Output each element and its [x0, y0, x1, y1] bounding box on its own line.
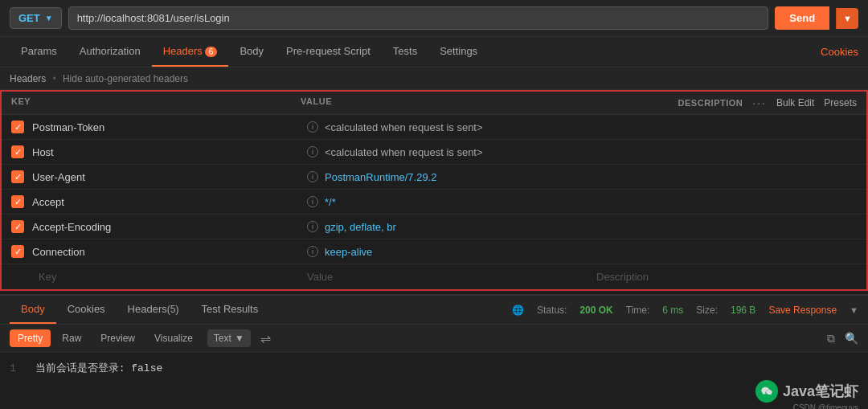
- globe-icon: 🌐: [512, 305, 524, 316]
- sub-header-label: Headers: [10, 73, 46, 84]
- tab-pre-request[interactable]: Pre-request Script: [275, 37, 382, 67]
- format-visualize-button[interactable]: Visualize: [146, 329, 201, 347]
- format-preview-button[interactable]: Preview: [92, 329, 143, 347]
- table-row: ✓ User-Agent i PostmanRuntime/7.29.2: [2, 165, 866, 190]
- wechat-icon: [755, 380, 778, 403]
- format-raw-button[interactable]: Raw: [54, 329, 89, 347]
- value-accept-encoding: gzip, deflate, br: [325, 221, 396, 233]
- tab-authorization[interactable]: Authorization: [68, 37, 152, 67]
- value-user-agent: PostmanRuntime/7.29.2: [325, 171, 436, 183]
- table-header-row: KEY VALUE DESCRIPTION ··· Bulk Edit Pres…: [2, 92, 866, 115]
- send-dropdown-button[interactable]: ▼: [836, 8, 858, 29]
- col-value: VALUE: [301, 96, 590, 109]
- table-actions: DESCRIPTION ··· Bulk Edit Presets: [590, 96, 857, 109]
- key-user-agent: User-Agent: [32, 171, 85, 183]
- checkbox-accept[interactable]: ✓: [11, 195, 24, 208]
- response-content: 当前会话是否登录: false: [35, 362, 163, 374]
- more-options-icon[interactable]: ···: [752, 96, 767, 109]
- info-icon[interactable]: i: [307, 246, 318, 257]
- text-format-dropdown[interactable]: Text ▼: [207, 329, 251, 347]
- new-header-row: Key Value Description: [2, 264, 866, 289]
- value-host: <calculated when request is sent>: [325, 146, 483, 158]
- checkbox-connection[interactable]: ✓: [11, 245, 24, 258]
- watermark-sub: CSDN @timeguys: [793, 403, 858, 409]
- tab-headers[interactable]: Headers6: [152, 37, 229, 67]
- line-number: 1: [10, 362, 16, 374]
- format-pretty-button[interactable]: Pretty: [10, 329, 51, 347]
- url-input[interactable]: [68, 6, 769, 30]
- format-bar: Pretty Raw Preview Visualize Text ▼ ⇌ ⧉ …: [0, 325, 868, 353]
- nav-tabs: Params Authorization Headers6 Body Pre-r…: [0, 37, 868, 67]
- key-cell: ✓ Connection: [11, 245, 301, 258]
- url-bar: GET ▼ Send ▼: [0, 0, 868, 37]
- info-icon[interactable]: i: [307, 171, 318, 182]
- hide-auto-headers-link[interactable]: Hide auto-generated headers: [63, 73, 188, 84]
- method-select[interactable]: GET ▼: [10, 7, 62, 29]
- cookies-link[interactable]: Cookies: [821, 46, 858, 58]
- bulk-edit-button[interactable]: Bulk Edit: [776, 97, 814, 108]
- tab-headers-response[interactable]: Headers(5): [117, 296, 190, 324]
- method-chevron-icon: ▼: [45, 14, 53, 22]
- tab-test-results[interactable]: Test Results: [190, 296, 269, 324]
- info-icon[interactable]: i: [307, 196, 318, 207]
- response-tabs: Body Cookies Headers(5) Test Results 🌐 S…: [0, 296, 868, 325]
- table-row: ✓ Accept i */*: [2, 190, 866, 215]
- headers-table: KEY VALUE DESCRIPTION ··· Bulk Edit Pres…: [0, 90, 868, 291]
- value-cell: i gzip, deflate, br: [301, 221, 590, 233]
- size-prefix: Size:: [696, 305, 718, 316]
- key-connection: Connection: [32, 246, 85, 258]
- col-description: DESCRIPTION: [678, 98, 743, 108]
- key-accept: Accept: [32, 196, 64, 208]
- tab-params[interactable]: Params: [10, 37, 68, 67]
- key-cell: ✓ Accept-Encoding: [11, 220, 301, 233]
- value-accept: */*: [325, 196, 336, 208]
- info-icon[interactable]: i: [307, 221, 318, 232]
- info-icon[interactable]: i: [307, 121, 318, 133]
- value-postman-token: <calculated when request is sent>: [325, 121, 483, 133]
- checkbox-postman-token[interactable]: ✓: [11, 121, 24, 133]
- watermark-title: Java笔记虾: [783, 382, 858, 401]
- status-prefix: Status:: [537, 305, 567, 316]
- send-button[interactable]: Send: [775, 6, 829, 30]
- key-postman-token: Postman-Token: [32, 121, 104, 133]
- empty-desc-placeholder[interactable]: Description: [590, 271, 649, 283]
- checkbox-host[interactable]: ✓: [11, 145, 24, 158]
- info-icon[interactable]: i: [307, 146, 318, 157]
- filter-icon[interactable]: ⇌: [260, 331, 271, 346]
- copy-icon[interactable]: ⧉: [827, 332, 835, 346]
- value-connection: keep-alive: [325, 246, 372, 258]
- tab-cookies-response[interactable]: Cookies: [56, 296, 117, 324]
- sub-header: Headers • Hide auto-generated headers: [0, 67, 868, 90]
- checkbox-user-agent[interactable]: ✓: [11, 170, 24, 183]
- response-body: 1 当前会话是否登录: false: [0, 353, 868, 383]
- table-row: ✓ Postman-Token i <calculated when reque…: [2, 115, 866, 140]
- value-cell: i PostmanRuntime/7.29.2: [301, 171, 590, 183]
- presets-button[interactable]: Presets: [824, 97, 857, 108]
- tab-tests[interactable]: Tests: [382, 37, 428, 67]
- tab-body[interactable]: Body: [228, 37, 275, 67]
- value-cell: i keep-alive: [301, 246, 590, 258]
- search-icon[interactable]: 🔍: [845, 332, 858, 345]
- tab-body-response[interactable]: Body: [10, 296, 56, 324]
- save-response-chevron[interactable]: ▼: [850, 305, 858, 315]
- empty-key-placeholder[interactable]: Key: [32, 271, 56, 283]
- table-row: ✓ Connection i keep-alive: [2, 239, 866, 264]
- watermark: Java笔记虾 CSDN @timeguys: [755, 380, 858, 403]
- size-value: 196 B: [731, 305, 755, 316]
- tab-settings[interactable]: Settings: [428, 37, 489, 67]
- key-cell: ✓ Host: [11, 145, 301, 158]
- dropdown-chevron-icon: ▼: [235, 333, 244, 344]
- time-prefix: Time:: [626, 305, 650, 316]
- col-key: KEY: [11, 96, 301, 109]
- empty-value-placeholder[interactable]: Value: [301, 271, 333, 283]
- save-response-button[interactable]: Save Response: [768, 305, 837, 316]
- key-cell: ✓ Postman-Token: [11, 121, 301, 133]
- key-host: Host: [32, 146, 54, 158]
- value-cell: i */*: [301, 196, 590, 208]
- value-cell: i <calculated when request is sent>: [301, 121, 590, 133]
- time-value: 6 ms: [662, 305, 683, 316]
- response-status: 🌐 Status: 200 OK Time: 6 ms Size: 196 B …: [512, 305, 858, 316]
- table-row: ✓ Host i <calculated when request is sen…: [2, 140, 866, 165]
- checkbox-accept-encoding[interactable]: ✓: [11, 220, 24, 233]
- table-row: ✓ Accept-Encoding i gzip, deflate, br: [2, 215, 866, 239]
